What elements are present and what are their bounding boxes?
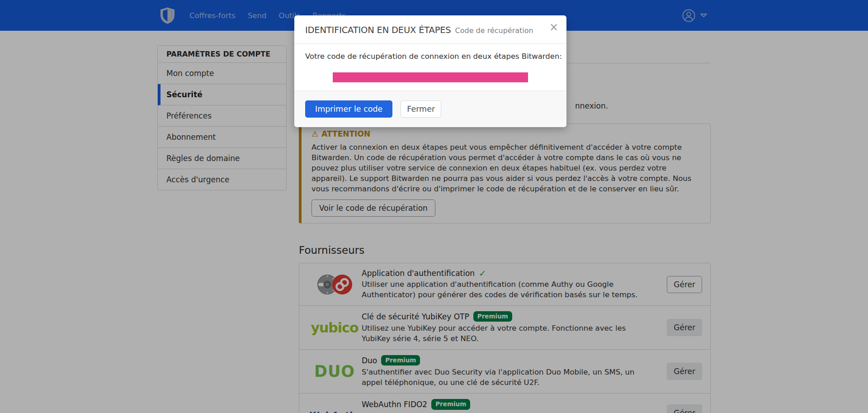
modal-footer: Imprimer le code Fermer [294,90,566,127]
print-code-button[interactable]: Imprimer le code [305,100,392,118]
modal-header: IDENTIFICATION EN DEUX ÉTAPES Code de ré… [294,15,566,44]
recovery-code-label: Votre code de récupération de connexion … [305,52,556,61]
modal-subtitle: Code de récupération [455,26,533,35]
modal-title: IDENTIFICATION EN DEUX ÉTAPES [305,25,451,35]
modal-body: Votre code de récupération de connexion … [294,44,566,90]
close-icon[interactable]: × [547,19,561,35]
recovery-code-modal: IDENTIFICATION EN DEUX ÉTAPES Code de ré… [294,15,566,127]
close-modal-button[interactable]: Fermer [401,100,441,118]
redacted-recovery-code [333,72,528,82]
